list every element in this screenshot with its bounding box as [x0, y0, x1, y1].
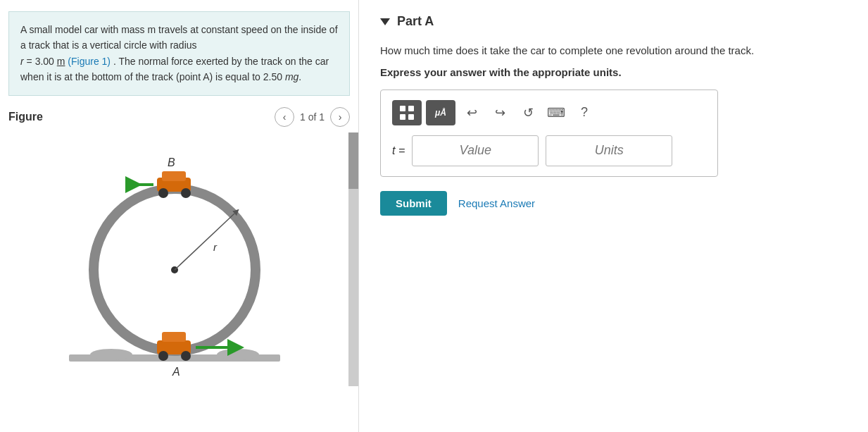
svg-point-6: [158, 188, 168, 198]
input-row: t =: [392, 135, 706, 166]
right-panel: Part A How much time does it take the ca…: [359, 0, 868, 432]
mg-text: mg: [285, 71, 298, 82]
keyboard-icon: ⌨: [547, 105, 565, 121]
redo-button[interactable]: ↪: [488, 101, 512, 125]
units-icon: μÅ: [435, 108, 446, 118]
left-panel: A small model car with mass m travels at…: [0, 0, 359, 432]
help-button[interactable]: ?: [572, 101, 596, 125]
svg-rect-19: [400, 106, 405, 111]
request-answer-link[interactable]: Request Answer: [458, 197, 535, 209]
units-button[interactable]: μÅ: [426, 100, 455, 125]
r-expression: r = 3.00 m (Figure 1): [20, 56, 113, 67]
submit-button[interactable]: Submit: [380, 191, 447, 216]
svg-rect-20: [408, 106, 414, 111]
svg-point-7: [181, 188, 191, 198]
keyboard-button[interactable]: ⌨: [544, 101, 568, 125]
r-unit: m: [57, 56, 65, 67]
figure-count: 1 of 1: [300, 111, 325, 123]
svg-rect-22: [408, 114, 414, 120]
figure-next-button[interactable]: ›: [330, 107, 350, 127]
figure-link[interactable]: (Figure 1): [68, 56, 111, 67]
help-icon: ?: [581, 105, 588, 120]
svg-rect-5: [162, 171, 186, 181]
svg-text:B: B: [168, 156, 175, 168]
svg-text:A: A: [172, 366, 180, 378]
problem-text-1: A small model car with mass m travels at…: [20, 24, 338, 51]
part-title: Part A: [397, 14, 434, 29]
refresh-icon: ↺: [523, 105, 534, 121]
t-label: t =: [392, 144, 405, 157]
figure-scrollbar[interactable]: ▲: [348, 132, 358, 386]
matrix-button[interactable]: [392, 100, 422, 125]
undo-button[interactable]: ↩: [460, 101, 484, 125]
figure-canvas: B A r: [0, 132, 348, 386]
svg-point-1: [90, 349, 132, 360]
action-row: Submit Request Answer: [380, 191, 847, 216]
problem-box: A small model car with mass m travels at…: [8, 11, 350, 96]
svg-text:r: r: [213, 241, 218, 253]
figure-nav: ‹ 1 of 1 ›: [275, 107, 350, 127]
svg-point-13: [181, 351, 191, 361]
matrix-icon: [399, 105, 415, 121]
svg-line-17: [175, 214, 234, 270]
part-header: Part A: [380, 14, 847, 29]
svg-rect-21: [400, 114, 405, 120]
answer-box: μÅ ↩ ↪ ↺ ⌨ ? t =: [380, 90, 718, 177]
svg-point-2: [217, 349, 259, 360]
figure-svg: B A r: [27, 132, 322, 386]
r-label: r: [20, 56, 24, 67]
figure-title: Figure: [8, 111, 43, 123]
units-input[interactable]: [546, 135, 672, 166]
figure-area: B A r: [0, 132, 358, 386]
svg-rect-11: [162, 332, 186, 342]
question-text: How much time does it take the car to co…: [380, 43, 847, 59]
figure-prev-button[interactable]: ‹: [275, 107, 294, 127]
svg-point-12: [158, 351, 168, 361]
reset-button[interactable]: ↺: [516, 101, 540, 125]
toolbar: μÅ ↩ ↪ ↺ ⌨ ?: [392, 100, 706, 125]
value-input[interactable]: [412, 135, 539, 166]
undo-icon: ↩: [467, 105, 477, 121]
figure-header: Figure ‹ 1 of 1 ›: [0, 107, 358, 132]
redo-icon: ↪: [495, 105, 505, 121]
scrollbar-thumb[interactable]: [348, 132, 358, 189]
collapse-triangle-icon[interactable]: [380, 18, 390, 25]
express-instruction: Express your answer with the appropriate…: [380, 66, 847, 78]
